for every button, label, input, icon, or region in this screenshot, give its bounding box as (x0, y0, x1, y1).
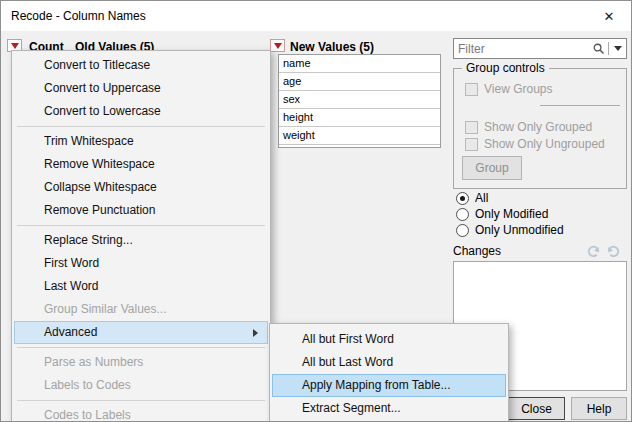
filter-input[interactable] (454, 39, 588, 58)
menu-item-parse-as-numbers: Parse as Numbers (14, 351, 268, 374)
show-only-grouped-label: Show Only Grouped (484, 120, 592, 134)
recode-window: Recode - Column Names ✕ Count Old Values… (0, 0, 632, 422)
search-icon (588, 39, 608, 58)
menu-item-last-word[interactable]: Last Word (14, 275, 268, 298)
radio-icon (456, 224, 469, 237)
new-value-cell[interactable]: age (279, 73, 440, 91)
menu-item-first-word[interactable]: First Word (14, 252, 268, 275)
group-controls-divider (540, 105, 620, 106)
group-button: Group (462, 156, 522, 180)
radio-all-label: All (475, 191, 488, 205)
close-icon: ✕ (604, 9, 615, 24)
show-only-ungrouped-label: Show Only Ungrouped (484, 137, 605, 151)
menu-separator (17, 126, 265, 127)
new-value-cell[interactable]: weight (279, 127, 440, 145)
radio-only-modified-label: Only Modified (475, 207, 548, 221)
radio-only-modified[interactable]: Only Modified (456, 207, 548, 221)
group-controls-title: Group controls (462, 61, 549, 75)
show-only-grouped-checkbox-row: Show Only Grouped (465, 120, 592, 134)
menu-item-convert-to-lowercase[interactable]: Convert to Lowercase (14, 100, 268, 123)
radio-only-unmodified-label: Only Unmodified (475, 223, 564, 237)
menu-item-collapse-whitespace[interactable]: Collapse Whitespace (14, 176, 268, 199)
undo-button (584, 241, 602, 259)
checkbox-icon (465, 121, 478, 134)
red-triangle-icon (274, 43, 282, 49)
menu-item-group-similar-values: Group Similar Values... (14, 298, 268, 321)
menu-item-labels-to-codes: Labels to Codes (14, 374, 268, 397)
show-only-ungrouped-checkbox-row: Show Only Ungrouped (465, 137, 605, 151)
menu-item-codes-to-labels: Codes to Labels (14, 404, 268, 422)
menu-item-remove-punctuation[interactable]: Remove Punctuation (14, 199, 268, 222)
group-controls-box: Group controls View Groups Show Only Gro… (453, 68, 627, 189)
changes-label: Changes (453, 244, 501, 258)
new-values-column-header: New Values (5) (290, 40, 374, 54)
menu-item-remove-whitespace[interactable]: Remove Whitespace (14, 153, 268, 176)
radio-all[interactable]: All (456, 191, 488, 205)
red-triangle-icon (11, 43, 19, 49)
checkbox-icon (465, 83, 478, 96)
menu-item-convert-to-uppercase[interactable]: Convert to Uppercase (14, 77, 268, 100)
view-groups-checkbox-row: View Groups (465, 82, 552, 96)
close-button[interactable]: Close (508, 397, 565, 420)
new-value-cell[interactable]: height (279, 109, 440, 127)
help-button[interactable]: Help (571, 397, 627, 420)
redo-icon (606, 243, 621, 258)
menu-item-convert-to-titlecase[interactable]: Convert to Titlecase (14, 54, 268, 77)
new-values-list: name age sex height weight (278, 54, 441, 148)
new-value-cell[interactable]: sex (279, 91, 440, 109)
menu-separator (17, 400, 265, 401)
radio-selected-icon (456, 192, 469, 205)
menu-separator (17, 225, 265, 226)
submenu-arrow-icon (253, 329, 258, 337)
new-value-cell[interactable]: name (279, 55, 440, 73)
undo-icon (586, 243, 601, 258)
window-title: Recode - Column Names (11, 9, 146, 23)
redo-button (604, 241, 622, 259)
menu-item-advanced[interactable]: Advanced (14, 321, 268, 344)
menu-item-apply-mapping-from-table[interactable]: Apply Mapping from Table... (272, 374, 506, 397)
checkbox-icon (465, 138, 478, 151)
menu-separator (17, 347, 265, 348)
window-close-button[interactable]: ✕ (593, 3, 625, 29)
menu-item-replace-string[interactable]: Replace String... (14, 229, 268, 252)
chevron-down-icon (614, 46, 622, 51)
menu-item-all-but-last-word[interactable]: All but Last Word (272, 351, 506, 374)
advanced-submenu: All but First Word All but Last Word App… (269, 323, 509, 422)
titlebar: Recode - Column Names ✕ (1, 1, 631, 31)
filter-box (453, 38, 627, 59)
recode-context-menu: Convert to Titlecase Convert to Uppercas… (11, 50, 271, 422)
view-groups-label: View Groups (484, 82, 552, 96)
radio-icon (456, 208, 469, 221)
menu-item-trim-whitespace[interactable]: Trim Whitespace (14, 130, 268, 153)
radio-only-unmodified[interactable]: Only Unmodified (456, 223, 564, 237)
menu-item-all-but-first-word[interactable]: All but First Word (272, 328, 506, 351)
new-values-menu-button[interactable] (270, 39, 285, 52)
menu-item-extract-segment[interactable]: Extract Segment... (272, 397, 506, 420)
filter-dropdown-button[interactable] (609, 39, 626, 58)
